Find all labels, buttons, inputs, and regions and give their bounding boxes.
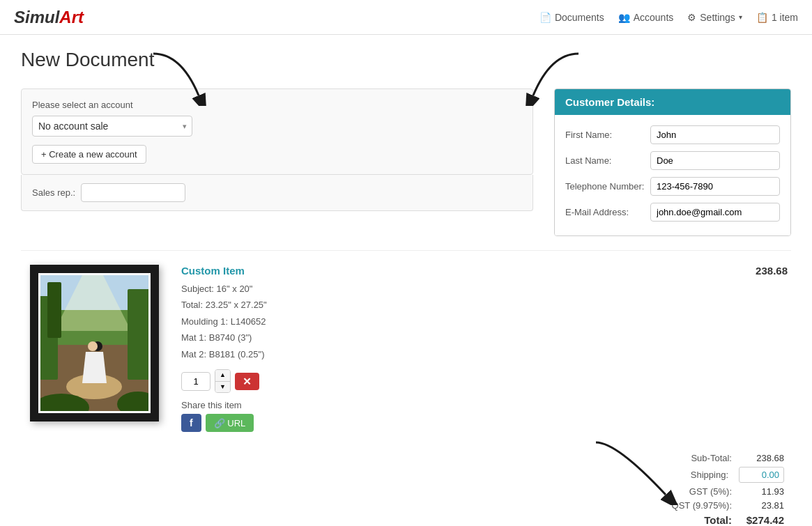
- brand-art: Art: [59, 8, 84, 27]
- nav-settings[interactable]: ⚙ Settings ▾: [687, 12, 742, 23]
- qty-down-button[interactable]: ▼: [215, 382, 230, 393]
- settings-icon: ⚙: [687, 12, 696, 23]
- total-value: $274.42: [742, 514, 784, 526]
- item-details: Custom Item Subject: 16" x 20" Total: 23…: [181, 265, 742, 432]
- first-name-row: First Name:: [565, 125, 780, 144]
- nav-item[interactable]: 📋 1 item: [756, 12, 798, 23]
- item-label: 1 item: [772, 12, 798, 23]
- totals-area: Sub-Total: 238.68 Shipping: GST (5%): 11…: [21, 453, 791, 526]
- svg-point-13: [88, 341, 98, 351]
- nav-documents[interactable]: 📄 Documents: [539, 12, 604, 23]
- quantity-input[interactable]: [181, 372, 210, 391]
- account-select[interactable]: No account sale: [32, 116, 192, 137]
- gst-value: 11.93: [742, 486, 784, 497]
- shipping-input[interactable]: [739, 467, 784, 483]
- account-section: Please select an account No account sale…: [21, 88, 533, 175]
- accounts-label: Accounts: [634, 12, 674, 23]
- accounts-icon: 👥: [618, 12, 630, 23]
- documents-icon: 📄: [539, 12, 551, 23]
- last-name-input[interactable]: [650, 151, 780, 170]
- page-content: New Document Please select an account No…: [0, 35, 812, 526]
- navbar: SimulArt 📄 Documents 👥 Accounts ⚙ Settin…: [0, 0, 812, 35]
- item-subject: Subject: 16" x 20": [181, 281, 742, 297]
- qty-up-button[interactable]: ▲: [215, 370, 230, 382]
- customer-details-body: First Name: Last Name: Telephone Number:…: [555, 115, 790, 235]
- share-url-button[interactable]: 🔗 URL: [206, 414, 254, 432]
- item-price: 238.68: [756, 265, 791, 277]
- arrow1: [139, 50, 223, 106]
- arrow2: [509, 50, 592, 106]
- item-mat1: Mat 1: B8740 (3"): [181, 330, 742, 346]
- arrow3: [589, 435, 680, 505]
- total-label: Total:: [655, 514, 732, 526]
- total-row: Total: $274.42: [652, 514, 784, 526]
- svg-rect-9: [128, 289, 148, 380]
- customer-details: Customer Details: First Name: Last Name:…: [554, 88, 791, 236]
- navbar-right: 📄 Documents 👥 Accounts ⚙ Settings ▾ 📋 1 …: [539, 12, 798, 23]
- svg-rect-8: [47, 282, 61, 338]
- last-name-row: Last Name:: [565, 151, 780, 170]
- subtotal-value: 238.68: [742, 453, 784, 463]
- email-input[interactable]: [650, 203, 780, 222]
- telephone-row: Telephone Number:: [565, 177, 780, 196]
- first-name-input[interactable]: [650, 125, 780, 144]
- sales-rep-label: Sales rep.:: [32, 187, 75, 198]
- email-label: E-Mail Address:: [565, 207, 650, 217]
- create-account-button[interactable]: + Create a new account: [32, 145, 146, 164]
- item-icon: 📋: [756, 12, 768, 23]
- svg-marker-12: [82, 352, 107, 383]
- top-section: Please select an account No account sale…: [21, 88, 791, 236]
- item-moulding: Moulding 1: L140652: [181, 314, 742, 330]
- item-mat2: Mat 2: B8181 (0.25"): [181, 346, 742, 362]
- settings-caret: ▾: [739, 13, 742, 21]
- select-wrapper: No account sale ▾: [32, 116, 192, 137]
- sales-rep-input[interactable]: [81, 183, 185, 202]
- last-name-label: Last Name:: [565, 155, 650, 166]
- email-row: E-Mail Address:: [565, 203, 780, 222]
- settings-label: Settings: [700, 12, 735, 23]
- sales-rep-section: Sales rep.:: [21, 175, 533, 211]
- item-section: Custom Item Subject: 16" x 20" Total: 23…: [21, 250, 791, 446]
- item-photo: [40, 275, 148, 411]
- photo-svg: [40, 275, 148, 411]
- brand: SimulArt: [14, 8, 84, 27]
- create-account-label: + Create a new account: [41, 149, 137, 160]
- share-facebook-button[interactable]: f: [181, 414, 201, 432]
- share-section: Share this item f 🔗 URL: [181, 400, 742, 432]
- item-frame: [30, 265, 159, 421]
- first-name-label: First Name:: [565, 130, 650, 140]
- share-label: Share this item: [181, 400, 742, 410]
- qty-spinner[interactable]: ▲ ▼: [215, 369, 231, 393]
- delete-item-button[interactable]: ✕: [235, 373, 259, 390]
- share-buttons: f 🔗 URL: [181, 414, 742, 432]
- item-controls: ▲ ▼ ✕: [181, 369, 742, 393]
- nav-accounts[interactable]: 👥 Accounts: [618, 12, 674, 23]
- telephone-input[interactable]: [650, 177, 780, 196]
- brand-simul: Simul: [14, 8, 59, 27]
- item-name: Custom Item: [181, 265, 742, 277]
- qst-value: 23.81: [742, 500, 784, 511]
- left-panel: Please select an account No account sale…: [21, 88, 533, 211]
- page-title: New Document: [21, 49, 791, 71]
- telephone-label: Telephone Number:: [565, 181, 650, 192]
- item-total-size: Total: 23.25" x 27.25": [181, 297, 742, 313]
- documents-label: Documents: [555, 12, 604, 23]
- account-select-label: Please select an account: [32, 100, 522, 110]
- item-image-wrapper: [21, 265, 167, 421]
